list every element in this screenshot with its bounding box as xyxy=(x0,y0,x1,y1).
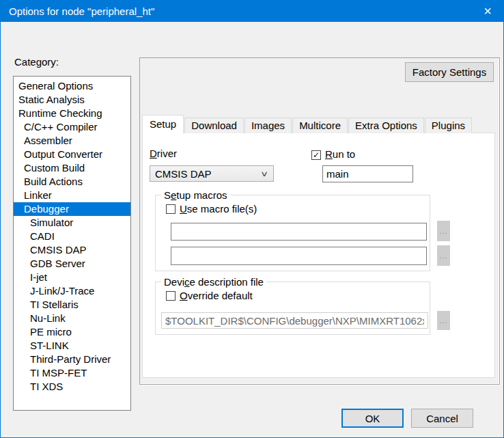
category-list-item[interactable]: Runtime Checking xyxy=(14,107,130,120)
browse-macro-file-1-button[interactable]: ... xyxy=(437,221,450,241)
category-label: Category: xyxy=(14,56,59,68)
category-list-item[interactable]: TI MSP-FET xyxy=(14,366,130,380)
cancel-button[interactable]: Cancel xyxy=(411,409,473,428)
category-listbox[interactable]: General OptionsStatic AnalysisRuntime Ch… xyxy=(13,76,131,411)
category-list-item[interactable]: General Options xyxy=(14,79,130,93)
tab[interactable]: Download xyxy=(184,118,244,133)
category-list-item[interactable]: Static Analysis xyxy=(14,93,130,107)
category-list-item[interactable]: Debugger xyxy=(14,202,130,216)
title-bar: Options for node "peripheral_ht" × xyxy=(1,1,503,22)
run-to-label: Run to xyxy=(325,148,355,160)
category-list-item[interactable]: J-Link/J-Trace xyxy=(14,284,130,298)
setup-tab-page: Driver CMSIS DAP ∨ ✓ Run to Setup macros… xyxy=(142,133,495,378)
override-default-checkbox[interactable] xyxy=(166,291,176,301)
macro-file-input-1[interactable] xyxy=(171,223,427,241)
category-list-item[interactable]: TI Stellaris xyxy=(14,298,130,312)
category-list-item[interactable]: C/C++ Compiler xyxy=(14,120,130,134)
category-list-item[interactable]: CADI xyxy=(14,230,130,243)
category-list-item[interactable]: TI XDS xyxy=(14,380,130,394)
setup-macros-group-title: Setup macros xyxy=(161,189,230,201)
device-description-group-title: Device description file xyxy=(161,276,266,288)
tab[interactable]: Images xyxy=(244,118,292,133)
chevron-down-icon: ∨ xyxy=(260,169,268,178)
factory-settings-button[interactable]: Factory Settings xyxy=(405,62,494,82)
category-list-item[interactable]: CMSIS DAP xyxy=(14,243,130,257)
category-list-item[interactable]: PE micro xyxy=(14,325,130,339)
tab[interactable]: Setup xyxy=(142,115,184,133)
category-list-item[interactable]: Assembler xyxy=(14,134,130,148)
category-list-item[interactable]: Nu-Link xyxy=(14,312,130,325)
run-to-checkbox[interactable]: ✓ xyxy=(311,150,321,160)
category-list-item[interactable]: Linker xyxy=(14,189,130,202)
run-to-input[interactable] xyxy=(322,165,413,182)
close-icon[interactable]: × xyxy=(472,1,503,22)
category-list-item[interactable]: Simulator xyxy=(14,216,130,230)
dialog-title: Options for node "peripheral_ht" xyxy=(9,5,154,17)
browse-macro-file-2-button[interactable]: ... xyxy=(437,245,450,266)
driver-combobox-value: CMSIS DAP xyxy=(155,168,212,180)
tab[interactable]: Extra Options xyxy=(348,118,424,133)
macro-file-input-2[interactable] xyxy=(171,247,427,265)
options-dialog: Options for node "peripheral_ht" × Categ… xyxy=(0,0,504,438)
category-list-item[interactable]: ST-LINK xyxy=(14,339,130,353)
tab[interactable]: Multicore xyxy=(292,118,348,133)
category-list-item[interactable]: Output Converter xyxy=(14,148,130,161)
setup-macros-group: Setup macros Use macro file(s) xyxy=(155,195,430,271)
category-list-item[interactable]: Build Actions xyxy=(14,175,130,189)
category-list-item[interactable]: I-jet xyxy=(14,271,130,284)
tab[interactable]: Plugins xyxy=(425,118,472,133)
category-list-item[interactable]: Custom Build xyxy=(14,161,130,175)
driver-label: Driver xyxy=(150,148,177,159)
device-description-group: Device description file Override default xyxy=(155,282,430,335)
category-list-item[interactable]: Third-Party Driver xyxy=(14,353,130,366)
browse-device-file-button[interactable]: ... xyxy=(437,311,450,330)
use-macro-files-label: Use macro file(s) xyxy=(180,203,257,215)
use-macro-files-checkbox[interactable] xyxy=(166,204,176,214)
category-list-item[interactable]: GDB Server xyxy=(14,257,130,271)
override-default-label: Override default xyxy=(180,290,253,301)
device-file-input[interactable] xyxy=(161,312,428,329)
ok-button[interactable]: OK xyxy=(341,409,404,428)
tab-strip: SetupDownloadImagesMulticoreExtra Option… xyxy=(142,115,473,133)
driver-combobox[interactable]: CMSIS DAP ∨ xyxy=(150,165,274,182)
